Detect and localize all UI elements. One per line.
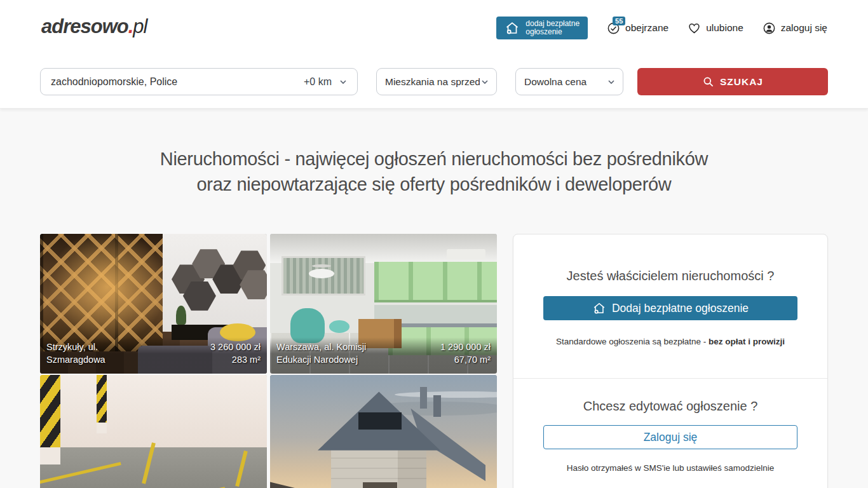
site-logo[interactable]: adresowo.pl — [41, 15, 147, 38]
listing-overlay: Warszawa, al. Komisji Edukacji Narodowej… — [270, 337, 497, 374]
decor — [358, 412, 402, 429]
decor — [309, 269, 334, 278]
listing-card[interactable]: Warszawa, al. Komisji Edukacji Narodowej… — [270, 234, 497, 374]
decor — [374, 262, 497, 302]
listing-meta: 1 290 000 zł 67,70 m² — [440, 341, 491, 366]
location-input[interactable]: zachodniopomorskie, Police +0 km — [40, 68, 358, 95]
nav-viewed-label: obejrzane — [625, 22, 668, 34]
category-select[interactable]: Mieszkania na sprzeda — [376, 68, 497, 95]
location-value: zachodniopomorskie, Police — [51, 76, 304, 88]
viewed-count-badge: 55 — [613, 17, 625, 25]
chevron-down-icon — [480, 77, 490, 87]
add-listing-button-sidebar[interactable]: Dodaj bezpłatne ogłoszenie — [543, 296, 797, 320]
listing-address: Strzykuły, ul. Szmaragdowa — [46, 341, 105, 366]
heart-icon — [688, 22, 701, 35]
nav-favorites[interactable]: ulubione — [688, 22, 743, 35]
search-button[interactable]: SZUKAJ — [637, 68, 828, 95]
price-value: Dowolna cena — [524, 76, 606, 88]
sidebar-divider — [513, 378, 827, 379]
chevron-down-icon — [606, 77, 616, 87]
decor — [97, 423, 107, 434]
nav-favorites-label: ulubione — [706, 22, 743, 34]
listing-card[interactable]: Warszawa Ursynów, ul. 50 000 zł — [40, 375, 267, 488]
decor — [447, 249, 485, 259]
magnifier-icon — [702, 76, 714, 88]
decor — [40, 447, 267, 488]
listing-area: 67,70 m² — [440, 353, 491, 366]
owner-note: Standardowe ogłoszenia są bezpłatne - be… — [513, 337, 827, 346]
listing-card[interactable]: Przedmieście Czudeckie 940 000 zł — [270, 375, 497, 488]
check-circle-icon: 55 — [607, 22, 620, 35]
price-select[interactable]: Dowolna cena — [515, 68, 623, 95]
edit-heading: Chcesz edytować ogłoszenie ? — [513, 399, 827, 414]
header-actions: dodaj bezpłatneogłoszenie 55 obejrzane u… — [496, 17, 827, 39]
nav-login-label: zaloguj się — [781, 22, 827, 34]
listing-price: 1 290 000 zł — [440, 341, 491, 353]
decor — [395, 391, 497, 398]
login-sidebar-label: Zaloguj się — [644, 431, 698, 444]
owner-heading: Jesteś właścicielem nieruchomości ? — [513, 269, 827, 283]
decor — [40, 234, 163, 351]
decor — [420, 387, 427, 409]
listing-photo-house-construction — [270, 375, 497, 488]
logo-text-tld: pl — [133, 15, 147, 37]
decor — [433, 395, 441, 417]
logo-text-main: adresowo — [41, 15, 128, 37]
house-plus-icon — [505, 20, 520, 36]
chevron-down-icon — [338, 77, 348, 87]
category-value: Mieszkania na sprzeda — [385, 76, 480, 88]
listing-overlay: Strzykuły, ul. Szmaragdowa 3 260 000 zł … — [40, 337, 267, 374]
decor — [363, 482, 397, 488]
listing-area: 283 m² — [210, 353, 261, 366]
add-listing-sidebar-label: Dodaj bezpłatne ogłoszenie — [612, 302, 749, 315]
search-bar: zachodniopomorskie, Police +0 km Mieszka… — [0, 54, 868, 109]
house-plus-icon — [592, 301, 606, 315]
login-button-sidebar[interactable]: Zaloguj się — [543, 425, 797, 449]
search-button-label: SZUKAJ — [720, 76, 763, 88]
edit-note: Hasło otrzymałeś w SMS'ie lub ustawiłeś … — [513, 463, 827, 473]
decor — [40, 375, 267, 447]
person-circle-icon — [763, 22, 776, 35]
listings-grid: Strzykuły, ul. Szmaragdowa 3 260 000 zł … — [40, 234, 497, 488]
listing-photo-parking-garage — [40, 375, 267, 488]
decor — [40, 447, 60, 464]
page-title: Nieruchomości - najwięcej ogłoszeń nieru… — [0, 146, 868, 197]
add-listing-button[interactable]: dodaj bezpłatneogłoszenie — [496, 17, 588, 39]
decor — [329, 320, 349, 333]
listing-meta: 3 260 000 zł 283 m² — [210, 341, 261, 366]
radius-value: +0 km — [304, 76, 332, 88]
listing-card[interactable]: Strzykuły, ul. Szmaragdowa 3 260 000 zł … — [40, 234, 267, 374]
add-listing-label: dodaj bezpłatneogłoszenie — [526, 20, 580, 37]
nav-login[interactable]: zaloguj się — [763, 22, 827, 35]
header: adresowo.pl dodaj bezpłatneogłoszenie 55… — [0, 0, 868, 54]
sidebar-panel: Jesteś właścicielem nieruchomości ? Doda… — [513, 234, 828, 488]
nav-viewed[interactable]: 55 obejrzane — [607, 22, 668, 35]
listing-price: 3 260 000 zł — [210, 341, 261, 353]
listing-address: Warszawa, al. Komisji Edukacji Narodowej — [276, 341, 366, 366]
decor — [176, 306, 186, 325]
radius-select[interactable]: +0 km — [304, 76, 348, 88]
